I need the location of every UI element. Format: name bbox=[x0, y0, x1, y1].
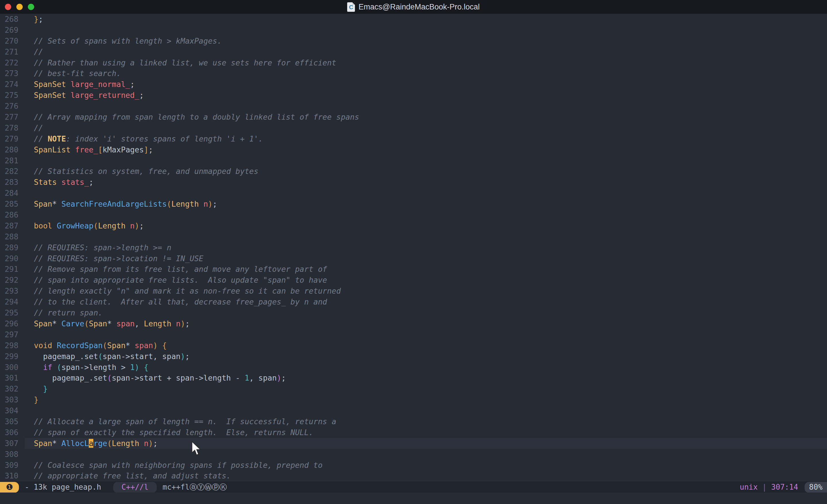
echo-area bbox=[0, 493, 827, 504]
buffer-percent: 80% bbox=[805, 482, 827, 493]
code-line-content[interactable]: // length exactly "n" and mark it as non… bbox=[25, 286, 827, 297]
code-line-content[interactable]: void RecordSpan(Span* span) { bbox=[25, 340, 827, 351]
code-line-content[interactable]: }; bbox=[25, 14, 827, 25]
code-line-content[interactable] bbox=[25, 449, 827, 460]
zoom-button[interactable] bbox=[28, 4, 34, 10]
code-line-content[interactable]: } bbox=[25, 384, 827, 394]
code-line-content[interactable] bbox=[25, 25, 827, 36]
code-line-content[interactable] bbox=[25, 209, 827, 220]
code-line-content[interactable]: // to the client. After all that, decrea… bbox=[25, 297, 827, 307]
code-line-content[interactable]: // NOTE: index 'i' stores spans of lengt… bbox=[25, 134, 827, 144]
line-number: 288 bbox=[0, 231, 18, 242]
code-line-content[interactable]: pagemap_.set(span->start, span); bbox=[25, 351, 827, 362]
code-line: 291// Remove span from its free list, an… bbox=[0, 264, 827, 275]
line-number: 274 bbox=[0, 79, 18, 90]
code-line: 295// return span. bbox=[0, 307, 827, 318]
code-line-content[interactable] bbox=[25, 155, 827, 166]
line-number: 268 bbox=[0, 14, 18, 25]
code-line: 285Span* SearchFreeAndLargeLists(Length … bbox=[0, 199, 827, 209]
code-line: 302 } bbox=[0, 384, 827, 394]
code-line: 283Stats stats_; bbox=[0, 177, 827, 188]
line-number: 295 bbox=[0, 307, 18, 318]
line-number: 286 bbox=[0, 209, 18, 220]
code-line: 303} bbox=[0, 394, 827, 405]
code-line: 274SpanSet large_normal_; bbox=[0, 79, 827, 90]
code-line: 308 bbox=[0, 449, 827, 460]
code-line: 309// Coalesce span with neighboring spa… bbox=[0, 460, 827, 471]
code-line: 270// Sets of spans with length > kMaxPa… bbox=[0, 36, 827, 47]
code-line-content[interactable]: bool GrowHeap(Length n); bbox=[25, 220, 827, 231]
code-line-content[interactable] bbox=[25, 231, 827, 242]
code-line-content[interactable]: SpanSet large_normal_; bbox=[25, 79, 827, 90]
major-mode-indicator[interactable]: C++//l bbox=[113, 482, 157, 493]
code-line-content[interactable]: // span of exactly the specified length.… bbox=[25, 427, 827, 438]
code-line: 298void RecordSpan(Span* span) { bbox=[0, 340, 827, 351]
code-line-content[interactable] bbox=[25, 405, 827, 416]
code-line-content[interactable]: Span* Carve(Span* span, Length n); bbox=[25, 318, 827, 329]
code-line-content[interactable]: Span* AllocLarge(Length n); bbox=[25, 438, 827, 449]
code-line: 282// Statistics on system, free, and un… bbox=[0, 166, 827, 177]
line-number: 305 bbox=[0, 416, 18, 427]
line-number: 308 bbox=[0, 449, 18, 460]
code-line-content[interactable]: // Coalesce span with neighboring spans … bbox=[25, 460, 827, 471]
line-number: 300 bbox=[0, 362, 18, 373]
modeline: ❶ - 13k page_heap.h C++//l mc++flⓐⓨⓌⓟⓀ u… bbox=[0, 482, 827, 493]
code-line: 290// REQUIRES: span->location != IN_USE bbox=[0, 253, 827, 264]
code-line-content[interactable]: // span into appropriate free lists. Als… bbox=[25, 275, 827, 286]
titlebar: C Emacs@RaindeMacBook-Pro.local bbox=[0, 0, 827, 14]
line-number: 278 bbox=[0, 122, 18, 134]
line-number: 294 bbox=[0, 297, 18, 307]
code-line: 293// length exactly "n" and mark it as … bbox=[0, 286, 827, 297]
line-number: 299 bbox=[0, 351, 18, 362]
modeline-right-info: unix | 307:14 bbox=[740, 482, 798, 493]
code-line-content[interactable]: SpanList free_[kMaxPages]; bbox=[25, 144, 827, 155]
code-line-content[interactable]: if (span->length > 1) { bbox=[25, 362, 827, 373]
mouse-cursor bbox=[191, 441, 201, 455]
buffer-info: - 13k page_heap.h bbox=[25, 482, 101, 493]
code-line-content[interactable]: } bbox=[25, 394, 827, 405]
line-number: 301 bbox=[0, 372, 18, 384]
line-number: 279 bbox=[0, 134, 18, 144]
code-line-content[interactable]: // Array mapping from span length to a d… bbox=[25, 112, 827, 122]
code-line-content[interactable]: // bbox=[25, 47, 827, 57]
code-area[interactable]: 268};269270// Sets of spans with length … bbox=[0, 14, 827, 482]
line-number: 277 bbox=[0, 112, 18, 122]
code-line: 276 bbox=[0, 101, 827, 112]
code-line-content[interactable]: // return span. bbox=[25, 307, 827, 318]
code-line-content[interactable]: // bbox=[25, 122, 827, 134]
code-line-content[interactable]: // Statistics on system, free, and unmap… bbox=[25, 166, 827, 177]
line-number: 281 bbox=[0, 155, 18, 166]
code-line: 299 pagemap_.set(span->start, span); bbox=[0, 351, 827, 362]
minimize-button[interactable] bbox=[16, 4, 23, 10]
code-line-content[interactable]: Stats stats_; bbox=[25, 177, 827, 188]
code-line-content[interactable]: // Remove span from its free list, and m… bbox=[25, 264, 827, 275]
line-number: 280 bbox=[0, 144, 18, 155]
line-number: 303 bbox=[0, 394, 18, 405]
code-line: 292// span into appropriate free lists. … bbox=[0, 275, 827, 286]
code-line-content[interactable]: // Allocate a large span of length == n.… bbox=[25, 416, 827, 427]
code-line-content[interactable]: // best-fit search. bbox=[25, 68, 827, 79]
code-line-content[interactable]: SpanSet large_returned_; bbox=[25, 90, 827, 101]
code-line-content[interactable]: // appropriate free list, and adjust sta… bbox=[25, 470, 827, 481]
modeline-separator: | bbox=[762, 483, 767, 491]
code-line-content[interactable] bbox=[25, 329, 827, 340]
code-line-content[interactable]: // Sets of spans with length > kMaxPages… bbox=[25, 36, 827, 47]
code-line-content[interactable]: Span* SearchFreeAndLargeLists(Length n); bbox=[25, 199, 827, 209]
code-line: 304 bbox=[0, 405, 827, 416]
traffic-lights bbox=[5, 4, 34, 10]
line-number: 276 bbox=[0, 101, 18, 112]
line-number: 287 bbox=[0, 220, 18, 231]
code-line: 281 bbox=[0, 155, 827, 166]
code-line-content[interactable] bbox=[25, 188, 827, 199]
line-number: 292 bbox=[0, 275, 18, 286]
line-number: 269 bbox=[0, 25, 18, 36]
code-line-content[interactable]: // REQUIRES: span->length >= n bbox=[25, 242, 827, 253]
code-line: 273// best-fit search. bbox=[0, 68, 827, 79]
code-line-content[interactable]: // REQUIRES: span->location != IN_USE bbox=[25, 253, 827, 264]
line-number: 310 bbox=[0, 470, 18, 481]
code-line-content[interactable]: // Rather than using a linked list, we u… bbox=[25, 57, 827, 68]
code-line-content[interactable]: pagemap_.set(span->start + span->length … bbox=[25, 372, 827, 384]
close-button[interactable] bbox=[5, 4, 11, 10]
code-line-content[interactable] bbox=[25, 101, 827, 112]
line-number: 298 bbox=[0, 340, 18, 351]
